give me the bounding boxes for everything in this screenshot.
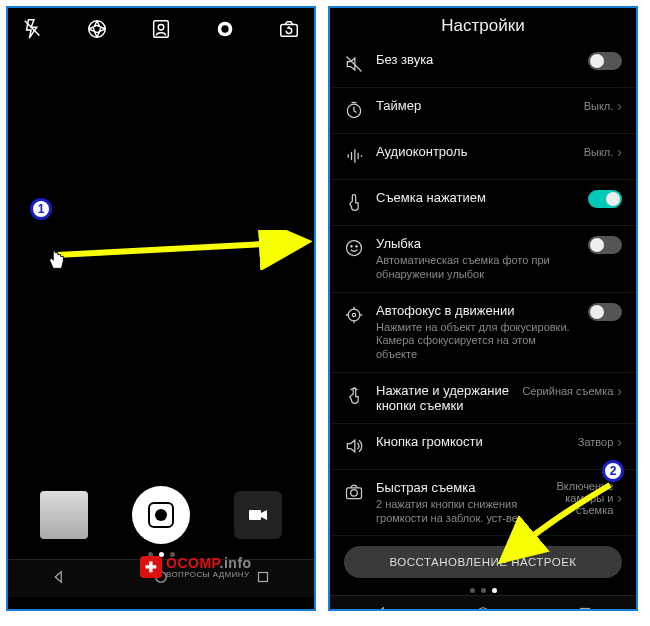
- color-filter-icon[interactable]: [214, 18, 236, 40]
- watermark-tld: .info: [220, 555, 252, 571]
- flash-off-icon[interactable]: [22, 18, 44, 40]
- row-touch-shot[interactable]: Съемка нажатием: [330, 180, 636, 226]
- mute-icon: [344, 54, 364, 77]
- settings-list: Без звука Таймер Выкл.› Аудиоконтроль Вы…: [330, 42, 636, 536]
- row-value: Выкл.: [584, 146, 614, 158]
- camera-bottom-bar: [8, 480, 314, 546]
- row-desc: 2 нажатия кнопки снижения громкости на з…: [376, 498, 530, 526]
- row-label: Быстрая съемка: [376, 480, 530, 495]
- row-value: Серийная съемка: [522, 385, 613, 397]
- page-title: Настройки: [330, 8, 636, 42]
- chevron-right-icon: ›: [617, 434, 622, 450]
- camera-screen: [6, 6, 316, 611]
- timer-icon: [344, 100, 364, 123]
- recents-button[interactable]: [254, 568, 272, 589]
- camera-top-bar: [8, 8, 314, 50]
- row-value: Включение камеры и съемка: [542, 480, 613, 516]
- target-icon: [344, 305, 364, 328]
- row-label: Таймер: [376, 98, 572, 113]
- home-button[interactable]: [474, 604, 492, 611]
- row-label: Без звука: [376, 52, 576, 67]
- svg-point-1: [89, 21, 106, 38]
- row-label: Кнопка громкости: [376, 434, 566, 449]
- toggle-autofocus[interactable]: [588, 303, 622, 321]
- svg-point-5: [221, 25, 228, 32]
- row-volume-key[interactable]: Кнопка громкости Затвор›: [330, 424, 636, 470]
- watermark-brand: OCOMP: [166, 555, 220, 571]
- svg-rect-6: [281, 24, 298, 36]
- step-badge-2: 2: [602, 460, 624, 482]
- row-audio-control[interactable]: Аудиоконтроль Выкл.›: [330, 134, 636, 180]
- svg-point-17: [347, 241, 362, 256]
- recents-button[interactable]: [576, 604, 594, 611]
- chevron-right-icon: ›: [617, 383, 622, 399]
- video-mode-button[interactable]: [234, 491, 282, 539]
- row-desc: Автоматическая съемка фото при обнаружен…: [376, 254, 576, 282]
- row-quick-shot[interactable]: Быстрая съемка 2 нажатия кнопки снижения…: [330, 470, 636, 537]
- watermark: ✚ OCOMP.info ВОПРОСЫ АДМИНУ: [140, 555, 252, 579]
- svg-point-21: [352, 313, 355, 316]
- settings-screen: Настройки Без звука Таймер Выкл.› Аудиок…: [328, 6, 638, 611]
- row-label: Автофокус в движении: [376, 303, 576, 318]
- back-button[interactable]: [372, 604, 390, 611]
- row-desc: Нажмите на объект для фокусировки. Камер…: [376, 321, 576, 362]
- row-label: Аудиоконтроль: [376, 144, 572, 159]
- camera-small-icon: [344, 482, 364, 505]
- switch-camera-icon[interactable]: [278, 18, 300, 40]
- android-navbar: [330, 595, 636, 611]
- row-mute[interactable]: Без звука: [330, 42, 636, 88]
- aperture-icon[interactable]: [86, 18, 108, 40]
- back-button[interactable]: [50, 568, 68, 589]
- toggle-touch-shot[interactable]: [588, 190, 622, 208]
- portrait-mode-icon[interactable]: [150, 18, 172, 40]
- toggle-mute[interactable]: [588, 52, 622, 70]
- row-label: Улыбка: [376, 236, 576, 251]
- step-badge-1: 1: [30, 198, 52, 220]
- smile-icon: [344, 238, 364, 261]
- svg-point-20: [348, 309, 360, 321]
- chevron-right-icon: ›: [617, 98, 622, 114]
- touch-icon: [344, 192, 364, 215]
- svg-rect-29: [581, 609, 590, 611]
- gallery-thumbnail[interactable]: [40, 491, 88, 539]
- row-value: Выкл.: [584, 100, 614, 112]
- row-hold-shutter[interactable]: Нажатие и удержание кнопки съемки Серийн…: [330, 373, 636, 424]
- svg-rect-7: [249, 510, 261, 520]
- settings-pager: [330, 582, 636, 595]
- watermark-subtitle: ВОПРОСЫ АДМИНУ: [166, 570, 252, 579]
- svg-point-18: [351, 246, 352, 247]
- tap-icon: [344, 385, 364, 408]
- watermark-badge: ✚: [140, 556, 162, 578]
- row-value: Затвор: [578, 436, 614, 448]
- shutter-button[interactable]: [132, 486, 190, 544]
- svg-point-3: [158, 24, 164, 30]
- chevron-right-icon: ›: [617, 490, 622, 506]
- volume-icon: [344, 436, 364, 459]
- toggle-smile[interactable]: [588, 236, 622, 254]
- audio-levels-icon: [344, 146, 364, 169]
- svg-point-27: [351, 489, 358, 496]
- hand-cursor-icon: [45, 248, 67, 278]
- row-label: Нажатие и удержание кнопки съемки: [376, 383, 510, 413]
- chevron-right-icon: ›: [617, 144, 622, 160]
- svg-rect-9: [259, 573, 268, 582]
- row-autofocus[interactable]: Автофокус в движении Нажмите на объект д…: [330, 293, 636, 373]
- restore-defaults-button[interactable]: ВОССТАНОВЛЕНИЕ НАСТРОЕК: [344, 546, 622, 578]
- svg-point-19: [356, 246, 357, 247]
- row-label: Съемка нажатием: [376, 190, 576, 205]
- row-smile[interactable]: Улыбка Автоматическая съемка фото при об…: [330, 226, 636, 293]
- row-timer[interactable]: Таймер Выкл.›: [330, 88, 636, 134]
- svg-point-28: [478, 608, 489, 611]
